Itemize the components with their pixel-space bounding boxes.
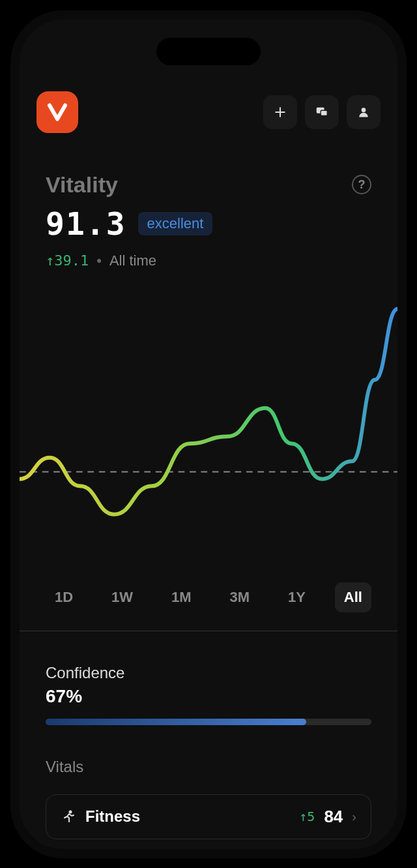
chat-icon bbox=[315, 105, 329, 119]
plus-icon bbox=[274, 106, 287, 119]
line-chart-svg bbox=[20, 302, 397, 550]
separator-dot: • bbox=[96, 252, 102, 269]
confidence-bar bbox=[46, 719, 371, 725]
page-title: Vitality bbox=[46, 172, 352, 198]
confidence-section: Confidence 67% bbox=[20, 631, 397, 725]
chevron-right-icon: › bbox=[352, 809, 356, 824]
vital-name: Fitness bbox=[85, 807, 290, 826]
confidence-value: 67% bbox=[46, 686, 371, 707]
vitals-title: Vitals bbox=[46, 758, 371, 776]
rating-badge: excellent bbox=[138, 212, 213, 235]
help-button[interactable]: ? bbox=[352, 175, 371, 194]
running-icon bbox=[61, 809, 76, 824]
chart-line bbox=[20, 308, 397, 514]
vital-card-fitness[interactable]: Fitness↑584› bbox=[46, 794, 371, 839]
chat-button[interactable] bbox=[305, 95, 339, 129]
confidence-label: Confidence bbox=[46, 664, 371, 682]
app-logo[interactable] bbox=[36, 91, 78, 133]
vitals-section: Vitals Fitness↑584› bbox=[20, 725, 397, 839]
profile-button[interactable] bbox=[347, 95, 381, 129]
range-all[interactable]: All bbox=[335, 582, 371, 612]
score-delta: ↑39.1 bbox=[46, 252, 89, 269]
vitality-chart[interactable] bbox=[20, 302, 397, 550]
range-1w[interactable]: 1W bbox=[102, 582, 142, 612]
user-icon bbox=[357, 106, 370, 119]
range-3m[interactable]: 3M bbox=[221, 582, 259, 612]
svg-point-3 bbox=[69, 811, 72, 814]
range-1d[interactable]: 1D bbox=[46, 582, 82, 612]
vitality-score: 91.3 bbox=[46, 205, 126, 242]
v-logo-icon bbox=[46, 100, 69, 124]
period-label: All time bbox=[109, 252, 156, 269]
add-button[interactable] bbox=[263, 95, 297, 129]
range-1m[interactable]: 1M bbox=[162, 582, 201, 612]
question-icon: ? bbox=[358, 178, 366, 192]
confidence-fill bbox=[46, 719, 306, 725]
delta-row: ↑39.1 • All time bbox=[20, 252, 397, 269]
range-1y[interactable]: 1Y bbox=[279, 582, 315, 612]
vital-score: 84 bbox=[324, 807, 343, 827]
vital-delta: ↑5 bbox=[299, 809, 315, 824]
phone-notch bbox=[156, 38, 261, 65]
title-row: Vitality ? bbox=[20, 172, 397, 198]
time-range-selector: 1D1W1M3M1YAll bbox=[20, 582, 397, 612]
score-row: 91.3 excellent bbox=[20, 205, 397, 242]
top-bar bbox=[20, 91, 397, 133]
svg-point-2 bbox=[362, 108, 366, 112]
app-screen: Vitality ? 91.3 excellent ↑39.1 • All ti… bbox=[20, 20, 397, 849]
phone-frame: Vitality ? 91.3 excellent ↑39.1 • All ti… bbox=[10, 10, 407, 858]
svg-rect-1 bbox=[321, 110, 327, 115]
